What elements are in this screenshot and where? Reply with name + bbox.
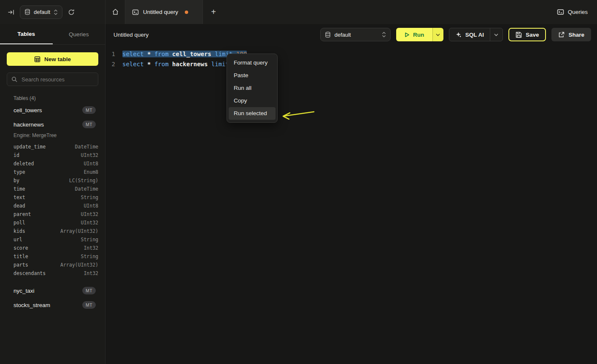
table-row-stocks-stream[interactable]: stocks_stream MT: [7, 298, 98, 312]
sidebar-tab-tables[interactable]: Tables: [0, 24, 53, 44]
sql-keyword: from: [154, 51, 169, 57]
table-row-nyc-taxi[interactable]: nyc_taxi MT: [7, 283, 98, 298]
column-type: LC(String): [69, 178, 98, 183]
line-number: 1: [106, 49, 115, 59]
queries-button[interactable]: Queries: [557, 8, 588, 16]
share-button-label: Share: [568, 32, 584, 38]
topbar-database-value: default: [34, 9, 50, 15]
menu-item-copy[interactable]: Copy: [227, 94, 277, 107]
database-icon: [325, 32, 331, 38]
column-name: dead: [14, 203, 25, 209]
chevron-down-icon: [494, 33, 498, 36]
sql-star: *: [147, 61, 151, 67]
database-icon: [24, 9, 30, 15]
editor-line[interactable]: 1select * from cell_towers limit 100: [106, 49, 597, 59]
run-button-label: Run: [413, 32, 424, 38]
new-table-label: New table: [44, 56, 71, 62]
code-line-2[interactable]: select * from hackernews limit 100: [115, 59, 243, 69]
queries-button-label: Queries: [568, 9, 588, 15]
sql-star: *: [147, 51, 151, 57]
column-name: parts: [14, 262, 28, 268]
main-header: Untitled query default Run: [106, 24, 597, 45]
table-grid-icon: [34, 56, 41, 62]
queries-icon: [557, 8, 564, 16]
toolbar-database-selector[interactable]: default: [320, 28, 391, 41]
new-tab-button[interactable]: +: [203, 0, 224, 24]
column-row: urlString: [7, 235, 98, 244]
column-row: pollUInt32: [7, 218, 98, 227]
annotation-arrow: [278, 109, 316, 121]
collapse-sidebar-icon[interactable]: [8, 9, 14, 16]
column-name: descendants: [14, 270, 46, 276]
column-type: Array(UInt32): [60, 262, 98, 268]
engine-badge: MT: [82, 106, 96, 114]
sidebar-tabs: Tables Queries: [0, 24, 105, 45]
column-row: parentUInt32: [7, 210, 98, 218]
query-toolbar: default Run: [320, 28, 591, 41]
search-box: [7, 73, 98, 86]
editor-line[interactable]: 2select * from hackernews limit 100: [106, 59, 597, 69]
column-type: String: [81, 253, 98, 259]
column-name: poll: [14, 220, 25, 226]
column-type: DateTime: [75, 186, 98, 192]
menu-item-run-selected[interactable]: Run selected: [229, 107, 276, 120]
column-name: time: [14, 186, 25, 192]
share-icon: [558, 32, 565, 38]
column-row: typeEnum8: [7, 168, 98, 176]
sidebar-tab-queries[interactable]: Queries: [53, 24, 105, 44]
sql-ai-label: SQL AI: [465, 32, 484, 38]
column-name: parent: [14, 211, 31, 217]
column-list: update_timeDateTime idUInt32 deletedUInt…: [7, 143, 98, 283]
column-type: Int32: [84, 270, 98, 276]
search-input[interactable]: [21, 76, 94, 83]
sql-table-name: hackernews: [172, 61, 208, 67]
column-row: titleString: [7, 252, 98, 261]
column-name: kids: [14, 228, 25, 234]
column-name: title: [14, 253, 28, 259]
table-name: hackernews: [14, 121, 44, 128]
column-row: deadUInt8: [7, 202, 98, 210]
engine-badge: MT: [82, 301, 96, 309]
menu-item-paste[interactable]: Paste: [227, 69, 277, 82]
line-number: 2: [106, 59, 115, 69]
column-type: Int32: [84, 245, 98, 251]
topbar-left: default: [0, 0, 105, 24]
sql-keyword: from: [154, 61, 169, 67]
share-button[interactable]: Share: [551, 28, 591, 41]
column-type: UInt32: [81, 152, 98, 158]
refresh-icon[interactable]: [68, 9, 75, 16]
topbar: default Untitled query +: [0, 0, 597, 24]
tab-title: Untitled query: [143, 9, 178, 15]
tab-home[interactable]: [105, 0, 125, 24]
sql-editor[interactable]: 1select * from cell_towers limit 100 2se…: [106, 45, 597, 69]
topbar-database-selector[interactable]: default: [20, 5, 62, 19]
run-options-button[interactable]: [432, 28, 443, 41]
column-name: type: [14, 169, 25, 175]
table-row-cell-towers[interactable]: cell_towers MT: [7, 103, 98, 117]
menu-item-format-query[interactable]: Format query: [227, 57, 277, 69]
save-button[interactable]: Save: [508, 28, 546, 41]
column-type: Enum8: [84, 169, 98, 175]
updown-chevrons-icon: [54, 9, 58, 15]
save-button-label: Save: [526, 32, 539, 38]
column-name: update_time: [14, 144, 46, 150]
main-panel: Untitled query default Run: [106, 24, 597, 364]
sql-ai-options-button[interactable]: [490, 28, 502, 41]
column-name: url: [14, 237, 22, 243]
run-button[interactable]: Run: [396, 28, 432, 41]
column-row: deletedUInt8: [7, 159, 98, 168]
search-icon: [11, 76, 17, 82]
column-row: update_timeDateTime: [7, 143, 98, 151]
sidebar: Tables Queries New table Tables (4) cell…: [0, 24, 105, 364]
sql-ai-button[interactable]: SQL AI: [449, 28, 490, 41]
menu-item-run-all[interactable]: Run all: [227, 82, 277, 94]
new-table-button[interactable]: New table: [7, 52, 98, 66]
column-type: UInt8: [84, 161, 98, 167]
engine-badge: MT: [82, 287, 96, 294]
table-row-hackernews[interactable]: hackernews MT: [7, 117, 98, 132]
column-row: idUInt32: [7, 151, 98, 159]
column-type: String: [81, 194, 98, 200]
column-name: text: [14, 194, 25, 200]
sparkle-icon: [455, 32, 462, 38]
tab-untitled-query[interactable]: Untitled query: [125, 0, 203, 24]
